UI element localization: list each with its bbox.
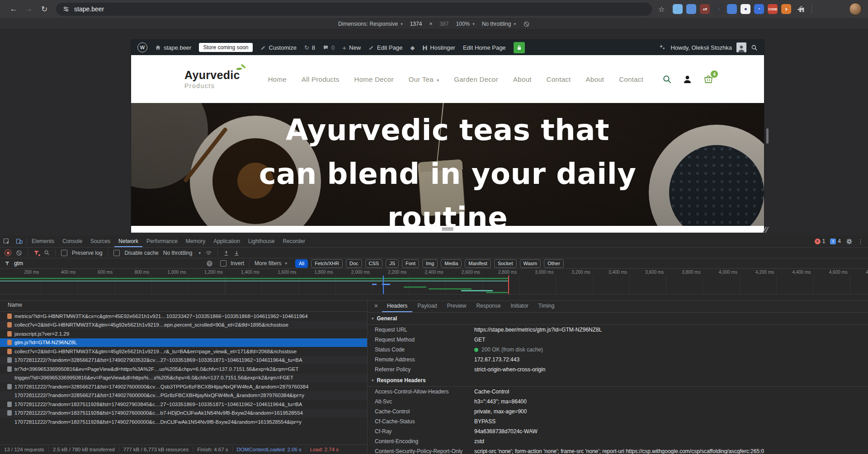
request-row[interactable]: metrics/?id=G-HBNRTMW3TX&cx=c&gtm=45E92e…	[0, 312, 367, 321]
request-row[interactable]: 17072811222/?random=328566271&fst=174902…	[0, 391, 367, 400]
filter-pill[interactable]: Other	[544, 259, 564, 268]
devtools-tab[interactable]: Recorder	[279, 235, 309, 247]
details-tab[interactable]: Payload	[412, 299, 442, 312]
device-toolbar-toggle-icon[interactable]	[13, 235, 25, 247]
nav-link[interactable]: About	[586, 75, 604, 83]
admin-search-icon[interactable]	[751, 44, 758, 51]
clear-filter-icon[interactable]: ×	[207, 261, 212, 267]
nav-link[interactable]: Our Tea	[409, 75, 439, 83]
nav-link[interactable]: Contact	[547, 75, 571, 83]
filter-pill[interactable]: Manifest	[465, 259, 491, 268]
comments-button[interactable]: 0	[323, 44, 335, 51]
wordpress-logo-icon[interactable]: W	[137, 42, 147, 52]
request-row[interactable]: 17072811222/?random=1837511928&fst=17490…	[0, 417, 367, 426]
issues-badge[interactable]: ! 4	[830, 238, 841, 244]
close-icon[interactable]: ×	[370, 299, 382, 312]
site-info-icon[interactable]	[62, 5, 70, 13]
zoom-dropdown[interactable]: 100% ▾	[456, 21, 474, 27]
account-icon[interactable]	[683, 75, 692, 84]
filter-pill[interactable]: Fetch/XHR	[311, 259, 343, 268]
edit-page-button[interactable]: Edit Page	[368, 44, 402, 51]
inspect-element-icon[interactable]	[0, 235, 13, 247]
preserve-log-checkbox[interactable]	[61, 250, 67, 256]
admin-site-name[interactable]: stape.beer	[155, 44, 191, 51]
request-row[interactable]: trigger/?id=3969653369950816&ev=PageView…	[0, 374, 367, 383]
extension-icon[interactable]: S	[781, 4, 791, 14]
record-icon[interactable]	[5, 249, 11, 256]
nav-link[interactable]: About	[513, 75, 532, 83]
nav-link[interactable]: Home Decor	[354, 75, 394, 83]
back-icon[interactable]: ←	[8, 5, 19, 14]
general-section-header[interactable]: ▾ General	[368, 313, 868, 325]
filter-pill[interactable]: Media	[441, 259, 462, 268]
bookmark-star-icon[interactable]: ☆	[658, 5, 665, 14]
filter-query-input[interactable]: gtm	[14, 260, 23, 267]
nav-link[interactable]: Contact	[619, 75, 643, 83]
response-headers-section-header[interactable]: ▾ Response Headers	[368, 374, 868, 387]
extension-icon[interactable]	[727, 4, 737, 14]
request-row[interactable]: collect?v=2&tid=G-HBNRTMW3TX&gtm=45g92e5…	[0, 321, 367, 330]
cart-button[interactable]: 4	[703, 74, 714, 84]
updates-button[interactable]: ↻ 8	[304, 44, 315, 51]
new-content-button[interactable]: + New	[342, 44, 361, 51]
filter-pill[interactable]: Wasm	[520, 259, 541, 268]
customize-button[interactable]: Customize	[260, 44, 297, 51]
request-row[interactable]: 17072811222/?random=328566271&fst=174902…	[0, 356, 367, 365]
details-tab[interactable]: Preview	[442, 299, 472, 312]
devtools-tab[interactable]: Performance	[142, 235, 182, 247]
kebab-menu-icon[interactable]: ⋮	[858, 238, 863, 245]
extensions-puzzle-icon[interactable]	[797, 5, 805, 13]
request-row[interactable]: 17072811222/?random=1837511928&fst=17490…	[0, 400, 367, 409]
search-icon[interactable]	[662, 75, 672, 84]
throttling-dropdown[interactable]: No throttling ▾	[163, 250, 201, 256]
details-tab[interactable]: Headers	[382, 299, 412, 312]
devtools-tab[interactable]: Memory	[182, 235, 209, 247]
extension-icon[interactable]	[673, 4, 683, 14]
devtools-tab[interactable]: Application	[209, 235, 244, 247]
forward-icon[interactable]: →	[24, 5, 34, 14]
filter-pill[interactable]: Img	[422, 259, 438, 268]
request-row[interactable]: tr/?id=3969653369950816&ev=PageView&dl=h…	[0, 365, 367, 374]
more-filters-dropdown[interactable]: More filters ▾	[255, 260, 287, 267]
viewport-width-field[interactable]: 1374	[410, 21, 422, 27]
error-badge[interactable]: × 1	[815, 238, 826, 244]
reload-icon[interactable]: ↻	[39, 5, 50, 14]
request-row[interactable]: 17072811222/?random=1837511928&fst=17490…	[0, 409, 367, 418]
invert-checkbox[interactable]	[220, 260, 226, 267]
network-search-icon[interactable]	[44, 250, 50, 256]
extension-icon[interactable]: ◔	[713, 4, 723, 14]
viewport-height-drag-handle[interactable]	[442, 228, 453, 231]
howdy-account-menu[interactable]: Howdy, Oleksii Stozhka	[670, 44, 732, 51]
nav-link[interactable]: Home	[268, 75, 287, 83]
export-har-icon[interactable]	[234, 250, 240, 256]
extension-icon[interactable]: CODE	[768, 4, 778, 14]
filter-pill[interactable]: Socket	[494, 259, 517, 268]
extension-icon[interactable]: off	[700, 4, 710, 14]
dimensions-dropdown[interactable]: Dimensions: Responsive ▾	[338, 21, 403, 27]
details-tab[interactable]: Response	[471, 299, 505, 312]
devtools-tab[interactable]: Elements	[28, 235, 58, 247]
name-column-header[interactable]: Name	[0, 299, 367, 312]
filter-pill[interactable]: All	[295, 259, 308, 268]
hostinger-menu[interactable]: H Hostinger	[422, 44, 455, 51]
throttling-dropdown[interactable]: No throttling ▾	[482, 21, 516, 27]
filter-pill[interactable]: JS	[386, 259, 399, 268]
site-logo[interactable]: Ayurvedic Products	[184, 69, 240, 89]
extension-icon[interactable]: ◆	[741, 4, 750, 14]
viewport-height-field[interactable]: 387	[439, 21, 448, 27]
filter-pill[interactable]: Font	[402, 259, 419, 268]
devtools-tab[interactable]: Sources	[86, 235, 114, 247]
details-tab[interactable]: Initiator	[505, 299, 533, 312]
extension-icon[interactable]	[686, 4, 696, 14]
viewport-resize-corner[interactable]	[762, 227, 769, 233]
admin-avatar[interactable]	[736, 42, 746, 52]
network-conditions-icon[interactable]	[205, 250, 212, 256]
network-disabled-icon[interactable]	[523, 21, 530, 28]
request-row[interactable]: javascript.js?ver=2.1.29	[0, 329, 367, 338]
clear-icon[interactable]	[16, 250, 22, 256]
devtools-tab[interactable]: Console	[58, 235, 86, 247]
viewport-width-drag-handle[interactable]	[766, 128, 769, 144]
devtools-tab[interactable]: Lighthouse	[244, 235, 279, 247]
stape-diamond-icon[interactable]: ◆	[410, 44, 415, 51]
settings-gear-icon[interactable]	[846, 238, 853, 245]
